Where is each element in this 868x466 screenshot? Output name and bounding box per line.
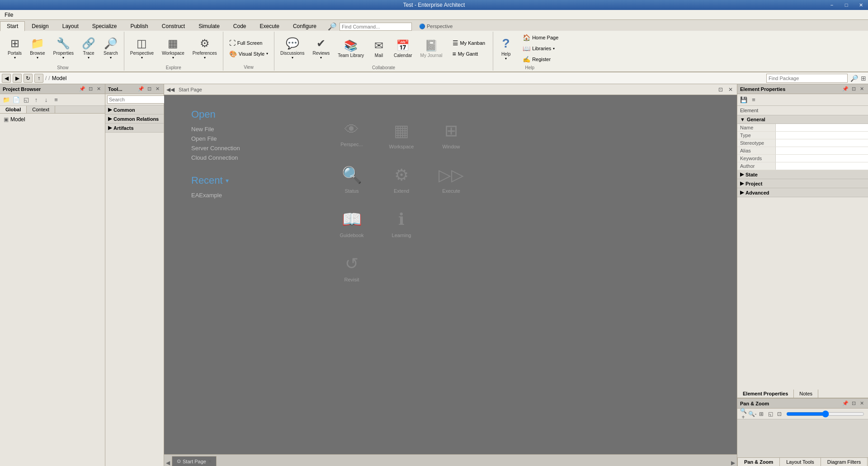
ep-save-btn[interactable]: 💾 xyxy=(739,95,748,105)
ribbon-tab-configure[interactable]: Configure xyxy=(286,21,323,31)
cloud-connection-link[interactable]: Cloud Connection xyxy=(191,154,304,161)
my-journal-button[interactable]: 📓 My Journal xyxy=(417,33,446,64)
search-ribbon-button[interactable]: 🔎 Search ▾ xyxy=(100,33,121,64)
diagram-collapse-btn[interactable]: ◀◀ xyxy=(166,85,175,94)
revisit-quick-icon[interactable]: ↺ Revisit xyxy=(331,251,372,286)
toolbox-group-relations-header[interactable]: ▶ Common Relations xyxy=(105,114,164,123)
toolbox-pin-btn[interactable]: 📌 xyxy=(137,86,145,93)
bottom-tab-diagram-filters[interactable]: Diagram Filters xyxy=(821,458,868,466)
back-button[interactable]: ◀ xyxy=(2,74,11,83)
move-down-btn[interactable]: ↓ xyxy=(42,95,51,105)
new-file-link[interactable]: New File xyxy=(191,126,304,133)
new-folder-btn[interactable]: 📁 xyxy=(2,95,11,105)
minimize-button[interactable]: − xyxy=(825,0,839,10)
close-panel-button[interactable]: ✕ xyxy=(95,86,102,93)
browse-button[interactable]: 📁 Browse ▾ xyxy=(27,33,48,64)
scroll-right-icon[interactable]: ▶ xyxy=(731,460,735,466)
recent-item-ea-example[interactable]: EAExample xyxy=(191,192,304,199)
libraries-button[interactable]: 📖 Libraries ▾ xyxy=(519,43,561,53)
find-search-icon[interactable]: 🔎 xyxy=(850,75,858,82)
ribbon-tab-construct[interactable]: Construct xyxy=(155,21,192,31)
properties-button[interactable]: 🔧 Properties ▾ xyxy=(50,33,77,64)
pin-button[interactable]: 📌 xyxy=(79,86,86,93)
zoom-reset-btn[interactable]: ◱ xyxy=(766,410,774,418)
ribbon-tab-design[interactable]: Design xyxy=(25,21,55,31)
find-command-input[interactable] xyxy=(340,23,412,31)
workspace-quick-icon[interactable]: ▦ Workspace xyxy=(381,118,422,153)
float-button[interactable]: ⊡ xyxy=(87,86,94,93)
register-button[interactable]: ✍ Register xyxy=(519,54,561,64)
calendar-button[interactable]: 📅 Calendar xyxy=(391,33,415,64)
move-up-btn[interactable]: ↑ xyxy=(32,95,41,105)
close-tab-button[interactable]: ✕ xyxy=(208,459,212,464)
window-quick-icon[interactable]: ⊞ Window xyxy=(431,118,472,153)
scroll-left-icon[interactable]: ◀ xyxy=(166,460,170,466)
ribbon-tab-specialize[interactable]: Specialize xyxy=(85,21,124,31)
toolbox-group-common-header[interactable]: ▶ Common xyxy=(105,105,164,114)
portals-button[interactable]: ⊞ Portals ▾ xyxy=(5,33,25,64)
bottom-tab-pan-zoom[interactable]: Pan & Zoom xyxy=(737,458,780,466)
my-gantt-button[interactable]: ≡ My Gantt xyxy=(449,49,489,59)
ribbon-tab-start[interactable]: Start xyxy=(0,21,25,31)
zoom-in-btn[interactable]: 🔍+ xyxy=(739,410,747,418)
more-btn[interactable]: ≡ xyxy=(52,95,61,105)
open-file-btn[interactable]: 📄 xyxy=(12,95,21,105)
maximize-button[interactable]: □ xyxy=(839,0,854,10)
execute-quick-icon[interactable]: ▷▷ Execute xyxy=(431,162,472,197)
menu-file[interactable]: File xyxy=(0,10,18,20)
learning-quick-icon[interactable]: ℹ Learning xyxy=(381,206,422,242)
zoom-out-btn[interactable]: 🔍- xyxy=(748,410,756,418)
ribbon-tab-publish[interactable]: Publish xyxy=(123,21,155,31)
my-kanban-button[interactable]: ☰ My Kanban xyxy=(449,38,489,48)
ep-pin-btn[interactable]: 📌 xyxy=(842,86,849,93)
home-page-button[interactable]: 🏠 Home Page xyxy=(519,33,561,43)
close-button[interactable]: ✕ xyxy=(854,0,868,10)
zoom-slider[interactable] xyxy=(786,411,864,417)
mail-button[interactable]: ✉ Mail xyxy=(369,33,389,64)
ep-menu-btn[interactable]: ≡ xyxy=(749,95,758,105)
status-quick-icon[interactable]: 🔍 Status xyxy=(331,162,372,197)
diagram-btn[interactable]: ◱ xyxy=(22,95,31,105)
tab-global[interactable]: Global xyxy=(0,106,27,113)
pz-close-btn[interactable]: ✕ xyxy=(858,400,865,407)
ribbon-tab-layout[interactable]: Layout xyxy=(56,21,85,31)
zoom-fit-btn[interactable]: ⊞ xyxy=(757,410,765,418)
forward-button[interactable]: ▶ xyxy=(13,74,22,83)
ep-float-btn[interactable]: ⊡ xyxy=(850,86,857,93)
perspective-button[interactable]: ◫ Perspective ▾ xyxy=(127,33,157,64)
team-library-button[interactable]: 📚 Team Library xyxy=(335,33,367,64)
zoom-custom-btn[interactable]: ⊡ xyxy=(775,410,783,418)
server-connection-link[interactable]: Server Connection xyxy=(191,145,304,152)
sync-button[interactable]: ↻ xyxy=(24,74,33,83)
find-package-input[interactable] xyxy=(766,74,848,83)
pz-float-btn[interactable]: ⊡ xyxy=(850,400,857,407)
pz-pin-btn[interactable]: 📌 xyxy=(842,400,849,407)
find-options-icon[interactable]: ⊞ xyxy=(861,75,866,82)
recent-header[interactable]: Recent ▾ xyxy=(191,175,304,186)
tab-context[interactable]: Context xyxy=(27,106,55,113)
open-file-link[interactable]: Open File xyxy=(191,135,304,142)
trace-button[interactable]: 🔗 Trace ▾ xyxy=(79,33,99,64)
tab-element-properties[interactable]: Element Properties xyxy=(737,390,794,398)
workspace-button[interactable]: ▦ Workspace ▾ xyxy=(159,33,188,64)
toolbox-float-btn[interactable]: ⊡ xyxy=(146,86,153,93)
project-group-header[interactable]: ▶ Project xyxy=(737,179,868,188)
tree-item-model[interactable]: ▣ Model xyxy=(2,115,103,124)
full-screen-button[interactable]: ⛶ Full Screen xyxy=(226,38,266,48)
close-diagram-btn[interactable]: ✕ xyxy=(726,85,735,94)
extend-quick-icon[interactable]: ⚙ Extend xyxy=(381,162,422,197)
ribbon-tab-code[interactable]: Code xyxy=(226,21,253,31)
toolbox-close-btn[interactable]: ✕ xyxy=(154,86,161,93)
bottom-tab-layout-tools[interactable]: Layout Tools xyxy=(780,458,821,466)
tab-notes[interactable]: Notes xyxy=(794,390,818,398)
perspective-quick-icon[interactable]: 👁 Perspec... xyxy=(331,118,372,153)
ribbon-tab-simulate[interactable]: Simulate xyxy=(192,21,226,31)
guidebook-quick-icon[interactable]: 📖 Guidebook xyxy=(331,206,372,242)
general-group-header[interactable]: ▼ General xyxy=(737,115,868,124)
ep-close-btn[interactable]: ✕ xyxy=(858,86,865,93)
up-button[interactable]: ↑ xyxy=(34,74,43,83)
help-button[interactable]: ? Help ▾ xyxy=(496,33,516,64)
preferences-button[interactable]: ⚙ Preferences ▾ xyxy=(189,33,220,64)
tab-start-page[interactable]: ⊙ Start Page ✕ xyxy=(172,456,217,466)
advanced-group-header[interactable]: ▶ Advanced xyxy=(737,188,868,197)
